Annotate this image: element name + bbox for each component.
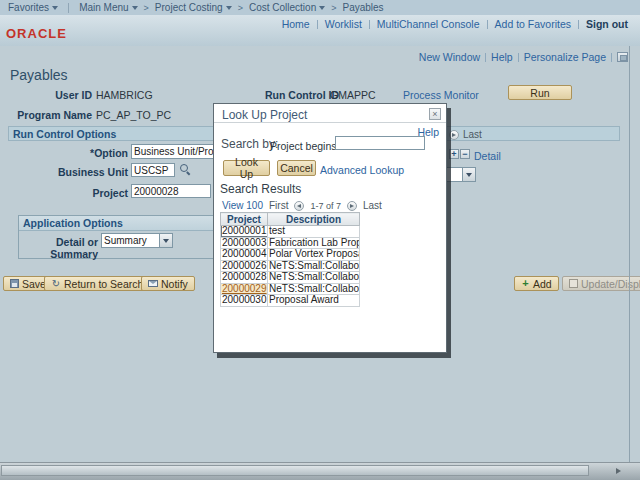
horizontal-scrollbar[interactable]	[0, 462, 640, 480]
project-cell[interactable]: 20000026	[221, 260, 268, 272]
delete-row-button[interactable]	[460, 149, 470, 159]
breadcrumb-cost-collection[interactable]: Cost Collection	[249, 2, 325, 13]
pager-next-icon[interactable]	[449, 130, 459, 140]
content-right-border	[629, 46, 630, 462]
page-title: Payables	[10, 67, 68, 83]
run-button[interactable]: Run	[508, 85, 572, 100]
search-results-table: Project Description 20000001 test 200000…	[220, 212, 360, 307]
advanced-lookup-link[interactable]: Advanced Lookup	[320, 164, 404, 176]
project-cell[interactable]: 20000029	[221, 283, 268, 295]
pager-next-icon[interactable]	[347, 201, 357, 211]
table-row: 20000030 Proposal Award	[221, 295, 360, 307]
pager-prev-icon[interactable]	[294, 201, 304, 211]
breadcrumb-separator-icon	[331, 3, 336, 13]
sign-out-link[interactable]: Sign out	[586, 18, 628, 30]
multichannel-console-link[interactable]: MultiChannel Console	[377, 18, 480, 30]
breadcrumb-favorites[interactable]: Favorites	[8, 2, 58, 13]
top-nav: Home Worklist MultiChannel Console Add t…	[282, 18, 628, 30]
pager-first-label[interactable]: First	[269, 200, 288, 211]
program-name-value: PC_AP_TO_PC	[96, 109, 171, 121]
return-to-search-button[interactable]: Return to Search	[44, 276, 150, 291]
detail-or-summary-label: Detail or Summary	[6, 236, 98, 260]
arrow-right-icon	[350, 204, 354, 208]
project-cell[interactable]: 20000028	[221, 272, 268, 284]
business-unit-label: Business Unit	[36, 166, 128, 178]
personalize-layout-icon[interactable]	[617, 52, 628, 62]
notify-button[interactable]: Notify	[141, 276, 195, 291]
pager-range-label: 1-7 of 7	[310, 201, 341, 211]
table-row: 20000001 test	[221, 226, 360, 238]
add-label: Add	[533, 278, 552, 290]
pager-last-label[interactable]: Last	[463, 129, 482, 140]
run-control-id-value: GMAPPC	[330, 89, 376, 101]
project-link[interactable]: 20000028	[222, 272, 267, 283]
dialog-title: Look Up Project	[222, 108, 307, 122]
project-cell[interactable]: 20000003	[221, 237, 268, 249]
table-row: 20000026 NeTS:Small:Collaborative:Infra	[221, 260, 360, 272]
save-label: Save	[22, 278, 46, 290]
business-unit-input[interactable]	[131, 163, 175, 177]
breadcrumb-main-menu[interactable]: Main Menu	[79, 2, 137, 13]
detail-or-summary-value: Summary	[102, 235, 159, 246]
table-header-row: Project Description	[221, 213, 360, 226]
return-to-search-label: Return to Search	[64, 278, 143, 290]
business-unit-lookup-icon[interactable]	[180, 164, 191, 175]
breadcrumb: Favorites Main Menu Project Costing Cost…	[0, 0, 640, 15]
project-link[interactable]: 20000004	[222, 249, 267, 260]
run-control-id-label: Run Control ID	[265, 89, 339, 101]
application-options-header: Application Options	[19, 216, 213, 231]
plus-icon	[521, 279, 530, 288]
table-row: 20000028 NeTS:Small:Collaborative:Infra	[221, 272, 360, 284]
description-cell[interactable]: NeTS:Small:Collaborative:Infra	[268, 272, 360, 284]
breadcrumb-project-costing[interactable]: Project Costing	[155, 2, 232, 13]
add-button[interactable]: Add	[514, 276, 559, 291]
add-to-favorites-link[interactable]: Add to Favorites	[495, 18, 571, 30]
description-cell[interactable]: Polar Vortex Proposal	[268, 249, 360, 261]
new-window-link[interactable]: New Window	[419, 51, 480, 63]
breadcrumb-payables[interactable]: Payables	[342, 2, 383, 13]
detail-or-summary-select[interactable]: Summary	[101, 233, 173, 248]
project-link[interactable]: 20000003	[222, 237, 267, 248]
home-link[interactable]: Home	[282, 18, 310, 30]
table-row: 20000003 Fabrication Lab Proposal	[221, 237, 360, 249]
project-link[interactable]: 20000026	[222, 260, 267, 271]
detail-link[interactable]: Detail	[474, 150, 501, 162]
description-cell[interactable]: NeTS:Small:Collaborative:Infra	[268, 260, 360, 272]
description-cell[interactable]: test	[268, 226, 360, 238]
scrollbar-right-arrow-icon[interactable]	[616, 468, 621, 474]
description-cell[interactable]: NeTS:Small:Collaborative:Infra	[268, 283, 360, 295]
dialog-title-divider	[214, 122, 446, 123]
description-column-header: Description	[268, 213, 360, 226]
personalize-page-link[interactable]: Personalize Page	[524, 51, 606, 63]
process-monitor-link[interactable]: Process Monitor	[403, 89, 479, 101]
breadcrumb-separator-icon	[238, 3, 243, 13]
worklist-link[interactable]: Worklist	[325, 18, 362, 30]
scrollbar-thumb[interactable]	[1, 465, 589, 476]
look-up-button[interactable]: Look Up	[223, 160, 270, 176]
add-row-button[interactable]	[449, 149, 459, 159]
project-input[interactable]	[131, 184, 211, 198]
nav-separator	[487, 20, 488, 29]
dropdown-arrow-icon	[159, 234, 172, 247]
project-cell[interactable]: 20000001	[221, 226, 268, 238]
project-link[interactable]: 20000001	[222, 226, 267, 237]
help-link[interactable]: Help	[491, 51, 513, 63]
application-options-title: Application Options	[23, 217, 123, 229]
project-link[interactable]: 20000029	[222, 283, 267, 294]
project-search-input[interactable]	[335, 136, 425, 150]
project-cell[interactable]: 20000030	[221, 295, 268, 307]
update-display-label: Update/Display	[581, 278, 640, 290]
project-cell[interactable]: 20000004	[221, 249, 268, 261]
description-cell[interactable]: Proposal Award	[268, 295, 360, 307]
save-icon	[10, 279, 19, 288]
project-link[interactable]: 20000030	[222, 295, 267, 306]
cancel-button[interactable]: Cancel	[277, 160, 316, 176]
oracle-logo: ORACLE	[6, 26, 67, 41]
nav-separator	[611, 53, 612, 62]
pager-last-label[interactable]: Last	[363, 200, 382, 211]
envelope-icon	[148, 280, 158, 287]
view-100-link[interactable]: View 100	[222, 200, 263, 211]
run-control-options-title: Run Control Options	[13, 128, 116, 140]
description-cell[interactable]: Fabrication Lab Proposal	[268, 237, 360, 249]
close-icon[interactable]	[429, 108, 441, 120]
